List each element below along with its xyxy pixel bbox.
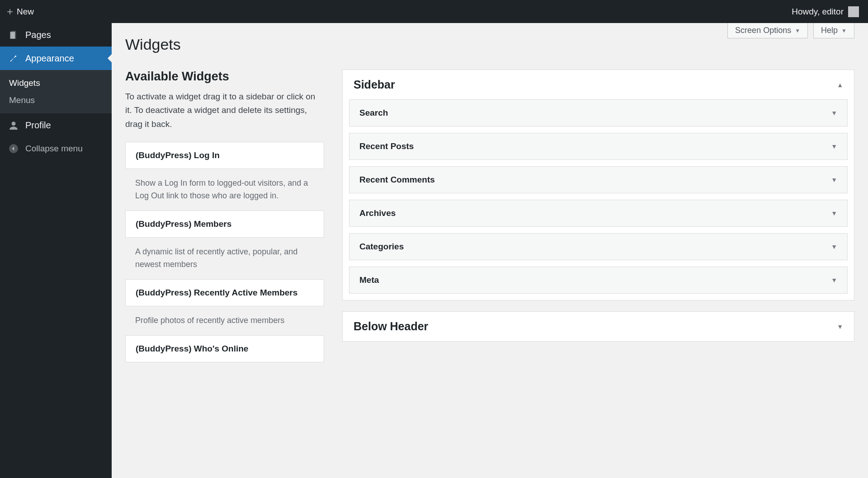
widget-area-header[interactable]: Sidebar▲ bbox=[343, 70, 854, 99]
widget-area-title: Below Header bbox=[354, 320, 428, 333]
caret-down-icon: ▼ bbox=[795, 28, 800, 34]
available-widget[interactable]: (BuddyPress) Members bbox=[125, 211, 324, 238]
plus-icon: + bbox=[7, 5, 13, 18]
svg-point-0 bbox=[12, 122, 16, 126]
available-widget-desc: A dynamic list of recently active, popul… bbox=[125, 238, 324, 279]
widget-area-panel: Sidebar▲Search▼Recent Posts▼Recent Comme… bbox=[342, 70, 854, 300]
pages-icon bbox=[8, 29, 19, 40]
avatar bbox=[848, 6, 859, 17]
available-widget-desc: Show a Log In form to logged-out visitor… bbox=[125, 169, 324, 211]
placed-widget[interactable]: Recent Posts▼ bbox=[349, 133, 848, 160]
placed-widget[interactable]: Search▼ bbox=[349, 99, 848, 127]
sidebar-item-profile[interactable]: Profile bbox=[0, 113, 112, 137]
available-widget[interactable]: (BuddyPress) Recently Active Members bbox=[125, 279, 324, 306]
caret-down-icon: ▼ bbox=[841, 28, 847, 34]
triangle-down-icon: ▼ bbox=[831, 176, 837, 183]
placed-widget-title: Meta bbox=[359, 275, 379, 285]
triangle-down-icon: ▼ bbox=[831, 109, 837, 117]
available-widgets-title: Available Widgets bbox=[125, 70, 324, 84]
submenu-item-menus[interactable]: Menus bbox=[0, 92, 112, 109]
menu-label: Profile bbox=[25, 120, 51, 131]
brush-icon bbox=[8, 53, 19, 64]
available-widget[interactable]: (BuddyPress) Log In bbox=[125, 142, 324, 169]
help-label: Help bbox=[821, 26, 838, 35]
available-widgets-column: Available Widgets To activate a widget d… bbox=[125, 70, 324, 362]
admin-sidebar: Pages Appearance Widgets Menus Profile C… bbox=[0, 23, 112, 478]
new-button[interactable]: + New bbox=[7, 5, 34, 18]
top-controls: Screen Options ▼ Help ▼ bbox=[727, 23, 854, 38]
widget-area-header[interactable]: Below Header▼ bbox=[343, 312, 854, 341]
menu-label: Appearance bbox=[25, 53, 74, 64]
available-widget-desc: Profile photos of recently active member… bbox=[125, 306, 324, 335]
help-button[interactable]: Help ▼ bbox=[813, 23, 854, 38]
sidebar-item-pages[interactable]: Pages bbox=[0, 23, 112, 47]
placed-widget[interactable]: Meta▼ bbox=[349, 267, 848, 294]
placed-widget[interactable]: Recent Comments▼ bbox=[349, 166, 848, 193]
screen-options-label: Screen Options bbox=[735, 26, 791, 35]
placed-widget[interactable]: Archives▼ bbox=[349, 200, 848, 227]
triangle-down-icon: ▼ bbox=[831, 276, 837, 284]
placed-widget-title: Recent Comments bbox=[359, 175, 435, 185]
triangle-down-icon: ▼ bbox=[837, 323, 843, 330]
user-icon bbox=[8, 120, 19, 131]
available-widget[interactable]: (BuddyPress) Who's Online bbox=[125, 335, 324, 362]
widget-areas-column: Sidebar▲Search▼Recent Posts▼Recent Comme… bbox=[342, 70, 854, 362]
collapse-icon bbox=[8, 143, 19, 154]
collapse-label: Collapse menu bbox=[25, 144, 83, 154]
placed-widget-title: Archives bbox=[359, 208, 396, 218]
topbar-right[interactable]: Howdy, editor bbox=[792, 6, 859, 17]
triangle-down-icon: ▼ bbox=[831, 210, 837, 217]
placed-widget-title: Search bbox=[359, 108, 388, 118]
howdy-text: Howdy, editor bbox=[792, 7, 844, 17]
topbar-left: + New bbox=[7, 5, 34, 18]
placed-widget[interactable]: Categories▼ bbox=[349, 233, 848, 260]
appearance-submenu: Widgets Menus bbox=[0, 70, 112, 113]
widget-area-panel: Below Header▼ bbox=[342, 311, 854, 342]
sidebar-item-appearance[interactable]: Appearance bbox=[0, 47, 112, 70]
admin-topbar: + New Howdy, editor bbox=[0, 0, 868, 23]
widget-area-body: Search▼Recent Posts▼Recent Comments▼Arch… bbox=[343, 99, 854, 300]
new-label: New bbox=[17, 7, 34, 17]
widget-area-title: Sidebar bbox=[354, 78, 395, 91]
screen-options-button[interactable]: Screen Options ▼ bbox=[727, 23, 808, 38]
placed-widget-title: Categories bbox=[359, 242, 404, 252]
triangle-down-icon: ▼ bbox=[831, 143, 837, 150]
placed-widget-title: Recent Posts bbox=[359, 141, 414, 151]
triangle-down-icon: ▼ bbox=[831, 243, 837, 250]
main-content: Screen Options ▼ Help ▼ Widgets Availabl… bbox=[112, 23, 868, 478]
collapse-menu-button[interactable]: Collapse menu bbox=[0, 137, 112, 160]
menu-label: Pages bbox=[25, 30, 51, 40]
triangle-up-icon: ▲ bbox=[837, 81, 843, 89]
submenu-item-widgets[interactable]: Widgets bbox=[0, 75, 112, 92]
available-widgets-desc: To activate a widget drag it to a sideba… bbox=[125, 90, 324, 131]
